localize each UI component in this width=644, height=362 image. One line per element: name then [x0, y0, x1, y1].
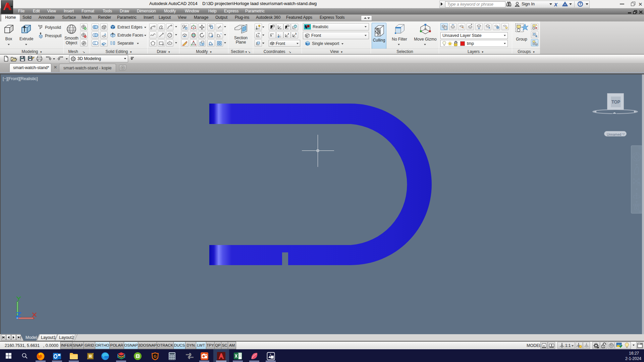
svg-text:3: 3 [295, 33, 297, 35]
svg-text:x: x [258, 35, 259, 37]
svg-text:Layout1: Layout1 [41, 335, 56, 340]
svg-text:R: R [89, 354, 92, 358]
svg-text:A: A [270, 353, 271, 356]
svg-text:z: z [288, 33, 289, 35]
svg-text:G: G [154, 354, 157, 358]
svg-text:Model: Model [25, 335, 37, 340]
svg-text:Layout2: Layout2 [59, 335, 74, 340]
